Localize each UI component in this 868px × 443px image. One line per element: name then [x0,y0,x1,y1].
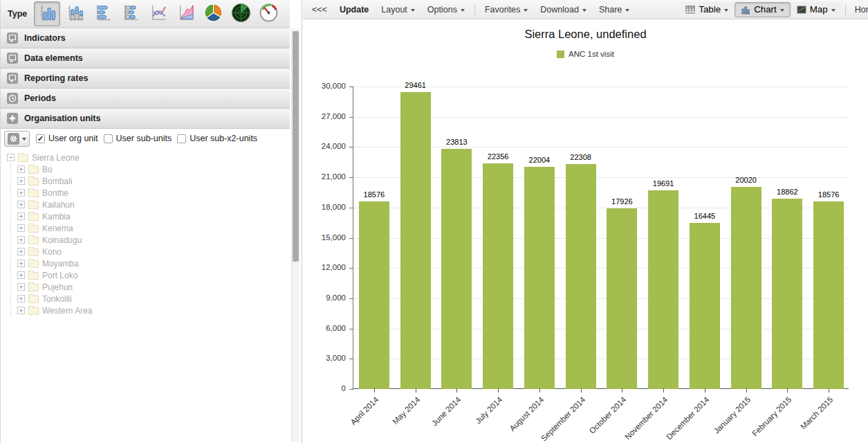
y-axis-tick [349,298,353,299]
folder-icon [28,272,39,280]
tree-item-bonthe[interactable]: +Bonthe [17,187,290,199]
y-axis-label: 15,000 [304,233,346,242]
expand-node-icon[interactable]: + [17,201,25,208]
chevron-down-icon [582,9,587,12]
tree-item-kambia[interactable]: +Kambia [17,210,290,222]
bar-chart-type-button[interactable] [89,1,116,26]
stacked-column-chart-icon [65,3,85,25]
orgunit-toolbar: ✓User org unitUser sub-unitsUser sub-x2-… [1,129,290,148]
bar-july-2014[interactable] [483,163,513,389]
line-chart-type-button[interactable] [145,1,171,26]
favorites-dropdown[interactable]: Favorites [479,5,534,15]
sidebar-scrollbar[interactable] [291,29,299,442]
radar-chart-type-button[interactable] [228,1,254,26]
expand-node-icon[interactable]: + [17,189,25,197]
column-chart-type-button[interactable] [34,1,60,26]
expand-node-icon[interactable]: + [17,177,25,185]
scrollbar-thumb[interactable] [293,31,299,262]
tree-item-koinadugu[interactable]: +Koinadugu [17,234,290,246]
share-dropdown[interactable]: Share [593,5,636,15]
stacked-column-chart-type-button[interactable] [62,1,88,26]
y-axis-tick [349,238,353,239]
expand-node-icon[interactable]: + [17,271,25,279]
expand-node-icon[interactable]: + [17,307,25,314]
layout-dropdown[interactable]: Layout [375,5,421,15]
bar-august-2014[interactable] [524,167,555,389]
bar-october-2014[interactable] [607,208,637,389]
chart-legend[interactable]: ANC 1st visit [303,50,868,58]
y-axis-label: 6,000 [304,324,346,332]
section-organisation-units[interactable]: Organisation units [1,109,290,129]
folder-icon [28,166,39,174]
bar-march-2015[interactable] [813,201,844,389]
tree-item-pujehun[interactable]: +Pujehun [17,281,290,293]
expand-node-icon[interactable]: + [17,295,25,302]
tree-item-kenema[interactable]: +Kenema [17,222,290,234]
section-indicators[interactable]: Indicators [1,28,290,48]
tree-item-western-area[interactable]: +Western Area [17,305,290,316]
tree-item-bo[interactable]: +Bo [17,163,290,175]
expand-node-icon[interactable]: + [17,260,25,267]
toolbar-separator [845,4,846,15]
tree-item-kono[interactable]: +Kono [17,246,290,257]
bar-february-2015[interactable] [772,199,802,389]
map-view-button[interactable]: Map [791,2,842,17]
type-label: Type [8,9,27,19]
bar-september-2014[interactable] [566,164,596,389]
checkbox-user-org-unit[interactable]: ✓User org unit [36,134,98,143]
home-link[interactable]: Home [849,5,868,15]
checkbox-user-sub-x2-units[interactable]: User sub-x2-units [177,134,257,143]
checked-checkbox-icon[interactable]: ✓ [36,134,45,143]
section-periods[interactable]: Periods [1,89,290,109]
options-dropdown[interactable]: Options [421,5,471,15]
expand-node-icon[interactable]: + [17,283,25,291]
y-axis-label: 30,000 [304,82,346,90]
x-axis-tick [663,388,664,392]
chevron-down-icon [411,9,415,12]
bar-value-label: 29461 [395,81,436,89]
tree-root-sierra-leone[interactable]: −Sierra Leone [7,152,290,163]
gauge-chart-type-button[interactable] [255,1,281,26]
download-dropdown[interactable]: Download [534,5,593,15]
area-chart-type-button[interactable] [172,1,198,26]
section-label: Reporting rates [24,73,88,83]
pie-chart-type-button[interactable] [200,1,226,26]
expand-node-icon[interactable]: + [17,248,25,255]
chart-type-toolbar: Type [1,0,290,28]
chart-view-button[interactable]: Chart [735,2,791,17]
expand-node-icon[interactable]: + [17,236,25,244]
tree-item-bombali[interactable]: +Bombali [17,175,290,187]
unchecked-checkbox-icon[interactable] [104,134,113,143]
tree-item-moyamba[interactable]: +Moyamba [17,257,290,269]
orgunit-settings-button[interactable] [4,131,30,147]
tree-item-port-loko[interactable]: +Port Loko [17,269,290,281]
table-icon [685,5,695,15]
tree-item-kailahun[interactable]: +Kailahun [17,199,290,210]
options-dropdown-label: Options [427,5,457,15]
chevron-down-icon [524,9,528,12]
bar-december-2014[interactable] [690,223,720,389]
stacked-bar-chart-type-button[interactable] [117,1,143,26]
collapse-node-icon[interactable]: − [7,154,15,161]
collapse-panel-button[interactable]: <<< [306,5,333,15]
gear-icon [8,133,19,145]
bar-november-2014[interactable] [648,190,678,389]
report-icon [7,53,18,64]
bar-june-2014[interactable] [441,149,472,389]
bar-may-2014[interactable] [400,92,431,389]
main-area: <<<UpdateLayoutOptionsFavoritesDownloadS… [303,0,868,443]
checkbox-user-sub-units[interactable]: User sub-units [104,134,172,143]
table-view-button[interactable]: Table [679,2,735,17]
bar-january-2015[interactable] [731,187,761,389]
expand-node-icon[interactable]: + [17,213,25,220]
expand-node-icon[interactable]: + [17,165,25,173]
bar-april-2014[interactable] [359,201,389,389]
tree-item-tonkolili[interactable]: +Tonkolili [17,293,290,305]
map-view-button-label: Map [810,4,828,15]
gauge-chart-icon [259,3,279,25]
unchecked-checkbox-icon[interactable] [177,134,186,143]
expand-node-icon[interactable]: + [17,224,25,232]
update-button[interactable]: Update [333,5,375,15]
section-data-elements[interactable]: Data elements [1,48,290,69]
section-reporting-rates[interactable]: Reporting rates [1,69,290,89]
